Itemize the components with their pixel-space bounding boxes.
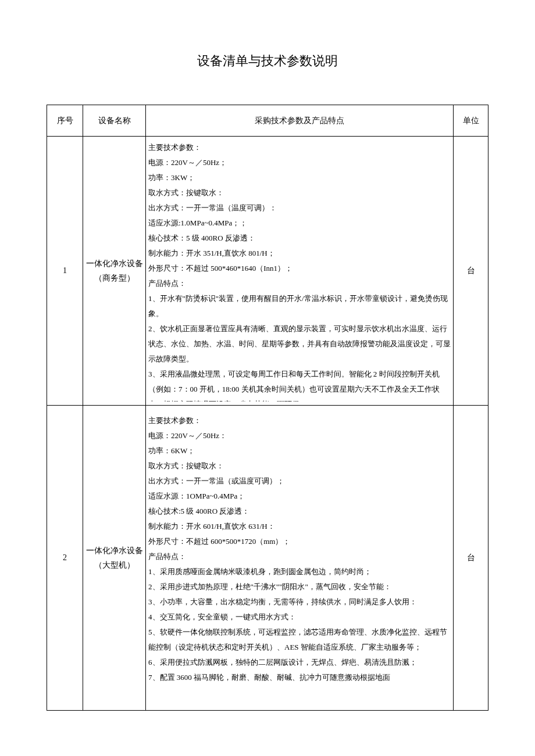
cell-unit: 台 [454,137,488,406]
spec-line: 6、采用便拉式防溅网板，独特的二层网版设计，无焊点、焊疤、易清洗且防溅； [148,655,451,670]
table-row: 1 一体化净水设备 （商务型） 主要技术参数： 电源：220V～／50Hz； 功… [47,137,488,406]
cell-unit: 台 [454,406,488,711]
spec-line: 取水方式：按键取水： [148,185,451,200]
spec-content: 主要技术参数： 电源：220V～／50Hz； 功率：3KW； 取水方式：按键取水… [148,140,451,402]
spec-content: 主要技术参数： 电源：220V～／50Hz： 功率：6KW； 取水方式：按键取水… [148,413,451,685]
cell-seq: 2 [47,406,83,711]
page-title: 设备清单与技术参数说明 [47,52,488,70]
spec-line: 适应水源:1.0MPa~0.4MPa；； [148,216,451,231]
table-row: 2 一体化净水设备 （大型机） 主要技术参数： 电源：220V～／50Hz： 功… [47,406,488,711]
spec-line: 功率：6KW； [148,443,451,458]
spec-line: 功率：3KW； [148,170,451,185]
spec-line: 电源：220V～／50Hz： [148,428,451,443]
cell-name: 一体化净水设备 （商务型） [83,137,146,406]
spec-line: 4、交互简化，安全童锁，一键式用水方式： [148,610,451,625]
name-line: （商务型） [94,274,135,282]
spec-line: 1、采用质感哑面金属纳米吸漆机身，跑到圆金属包边，简约时尚； [148,564,451,579]
name-line: （大型机） [94,561,135,569]
spec-line: 5、软硬件一体化物联控制系统，可远程监控，滤芯适用寿命管理、水质净化监控、远程节… [148,625,451,655]
spec-line: 出水方式：一开一常温（或温度可调）； [148,474,451,489]
spec-line: 3、小功率，大容量，出水稳定均衡，无需等待，持续供水，同时满足多人饮用： [148,594,451,610]
spec-line: 制水能力：开水 351/H,直饮水 801/H； [148,246,451,261]
header-name: 设备名称 [83,105,146,137]
spec-line: 2、采用步进式加热原理，杜绝"千沸水""阴阳水"，蒸气回收，安全节能： [148,579,451,594]
equipment-table: 序号 设备名称 采购技术参数及产品特点 单位 1 一体化净水设备 （商务型） 主… [47,105,488,711]
spec-line: 2、饮水机正面显著位置应具有清晰、直观的显示装置，可实时显示饮水机出水温度、运行… [148,321,451,367]
cell-spec: 主要技术参数： 电源：220V～／50Hz； 功率：3KW； 取水方式：按键取水… [146,137,454,406]
spec-line: 7、配置 3600 福马脚轮，耐磨、耐酸、耐碱、抗冲力可随意搬动根据地面 [148,670,451,685]
header-unit: 单位 [454,105,488,137]
spec-line: 外形尺寸：不超过 600*500*1720（mm）； [148,534,451,549]
spec-line: 产品特点： [148,276,451,291]
spec-line: 主要技术参数： [148,413,451,428]
spec-line: 出水方式：一开一常温（温度可调）： [148,200,451,216]
spec-line: 电源：220V～／50Hz； [148,155,451,170]
spec-line: 核心技术：5 级 400RO 反渗透： [148,231,451,246]
spec-line: 制水能力：开水 601/H,直饮水 631/H： [148,519,451,534]
spec-line: 取水方式：按键取水： [148,458,451,474]
spec-line: 适应水源：1OMPa~0.4MPa； [148,489,451,504]
header-spec: 采购技术参数及产品特点 [146,105,454,137]
table-header-row: 序号 设备名称 采购技术参数及产品特点 单位 [47,105,488,137]
spec-line: 产品特点： [148,549,451,564]
header-seq: 序号 [47,105,83,137]
spec-line: 核心技术:5 级 400RO 反渗透： [148,504,451,519]
spec-line: 外形尺寸：不超过 500*460*1640（Inn1）； [148,261,451,276]
spec-line: 1、开水有"防烫标识"装置，使用有醒目的开水/常温水标识，开水带童锁设计，避免烫… [148,291,451,321]
name-line: 一体化净水设备 [86,259,143,268]
cell-name: 一体化净水设备 （大型机） [83,406,146,711]
cell-spec: 主要技术参数： 电源：220V～／50Hz： 功率：6KW； 取水方式：按键取水… [146,406,454,711]
name-line: 一体化净水设备 [86,546,143,555]
cell-seq: 1 [47,137,83,406]
spec-line: 3、采用液晶微处理黑，可设定每周工作日和每天工作时间。智能化 2 时间段控制开关… [148,367,451,402]
spec-line: 主要技术参数： [148,140,451,155]
